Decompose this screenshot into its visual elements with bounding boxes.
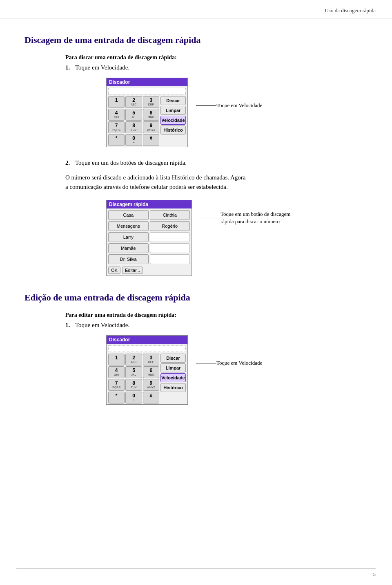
sd-btn-empty-2 (150, 243, 190, 253)
sd-btn-dr-silva[interactable]: Dr. Silva (108, 254, 149, 264)
step-num-2: 2. (65, 159, 73, 166)
key-3-5[interactable]: 5JKL (125, 366, 142, 378)
key-3[interactable]: 3DEF (143, 96, 159, 108)
ok-button[interactable]: OK (108, 267, 120, 274)
key-3-8[interactable]: 8TUV (125, 379, 142, 391)
annotation-text-2: Toque em um botão de discagem rápida par… (220, 211, 290, 225)
arrow-line-2 (200, 218, 220, 218)
velocidade-button-3[interactable]: Velocidade (160, 373, 186, 382)
key-3-9[interactable]: 9WHYZ (143, 379, 159, 391)
step-text-1: Toque em Velocidade. (75, 64, 129, 71)
instruction-label-2: Para editar uma entrada de discagem rápi… (65, 312, 368, 318)
dialer-box-3: Discador 1 2ABC 3DEF 4GHI 5JKL 6MNO 7PQR… (106, 335, 188, 405)
step-s2-num-1: 1. (65, 322, 73, 329)
key-5[interactable]: 5JKL (125, 109, 142, 121)
velocidade-button[interactable]: Velocidade (160, 116, 186, 125)
annotation-2-line1: Toque em um botão de discagem (220, 211, 290, 217)
footer-line (16, 568, 376, 569)
instruction-label-1: Para discar uma entrada de discagem rápi… (65, 54, 368, 61)
dialer-grid-3: 1 2ABC 3DEF 4GHI 5JKL 6MNO 7PQRS 8TUV 9W… (107, 353, 187, 404)
annotation-2-line2: rápida para discar o número (220, 218, 280, 224)
key-3-7[interactable]: 7PQRS (108, 379, 125, 391)
body-text-1a: O número será discado e adicionado à lis… (65, 174, 246, 181)
key-3-hash[interactable]: # (143, 392, 159, 403)
step-s2-text-1: Toque em Velocidade. (75, 322, 129, 329)
arrow-line-3 (196, 363, 216, 363)
page-number: 5 (373, 571, 376, 577)
body-text-1b: a comunicação através do telefone celula… (65, 184, 228, 190)
dialer-side-btns-3: Discar Limpar Velocidade Histórico (160, 354, 186, 403)
step-1: 1. Toque em Velocidade. (65, 64, 368, 71)
dialer-input-3 (108, 345, 186, 352)
key-0[interactable]: 0+ (125, 134, 142, 146)
arrow-line-1 (196, 105, 216, 106)
instruction-block-2: Para editar uma entrada de discagem rápi… (65, 312, 368, 405)
discar-button-3[interactable]: Discar (160, 354, 186, 363)
editar-button[interactable]: Editar... (122, 267, 143, 274)
speed-dial-bottom: OK Editar... (107, 266, 192, 276)
key-6[interactable]: 6MNO (143, 109, 159, 121)
key-3-6[interactable]: 6MNO (143, 366, 159, 378)
page-header: Uso da discagem rápida (0, 0, 392, 18)
historico-button[interactable]: Histórico (160, 126, 186, 134)
sd-btn-cinthia[interactable]: Cinthia (150, 210, 190, 220)
key-hash[interactable]: # (143, 134, 159, 146)
speed-dial-header: Discagem rápida (107, 200, 192, 208)
dialer-header-1: Discador (107, 78, 187, 86)
speed-dial-grid: Casa Cinthia Mensagens Rogério Larry Mam… (107, 208, 192, 266)
dialer-grid-1: 1 2ABC 3DEF 4GHI 5JKL 6MNO 7PQRS 8TUV 9W… (107, 95, 187, 147)
limpar-button-3[interactable]: Limpar (160, 363, 186, 372)
key-3-1[interactable]: 1 (108, 354, 125, 365)
section1-title: Discagem de uma entrada de discagem rápi… (24, 35, 368, 45)
speed-dial-box: Discagem rápida Casa Cinthia Mensagens R… (106, 200, 192, 276)
key-3-star[interactable]: * (108, 392, 125, 403)
limpar-button[interactable]: Limpar (160, 106, 186, 115)
key-9[interactable]: 9WHYZ (143, 121, 159, 133)
diagram-area-1: Discador 1 2ABC 3DEF 4GHI 5JKL 6MNO 7PQR… (106, 78, 368, 147)
step-num-1: 1. (65, 64, 73, 71)
key-3-4[interactable]: 4GHI (108, 366, 125, 378)
dialer-keys-1: 1 2ABC 3DEF 4GHI 5JKL 6MNO 7PQRS 8TUV 9W… (108, 96, 159, 146)
sd-btn-empty-3 (150, 254, 190, 264)
sd-annotation-area: Discagem rápida Casa Cinthia Mensagens R… (106, 200, 368, 276)
key-7[interactable]: 7PQRS (108, 121, 125, 133)
sd-btn-empty-1 (150, 232, 190, 242)
step-text-2: Toque em um dos botões de discagem rápid… (75, 159, 187, 166)
sd-btn-mensagens[interactable]: Mensagens (108, 221, 149, 231)
step-2: 2. Toque em um dos botões de discagem rá… (65, 159, 368, 166)
instruction-block-1: Para discar uma entrada de discagem rápi… (65, 54, 368, 276)
diagram-area-3: Discador 1 2ABC 3DEF 4GHI 5JKL 6MNO 7PQR… (106, 335, 368, 405)
sd-btn-rogerio[interactable]: Rogério (150, 221, 190, 231)
step-s2-1: 1. Toque em Velocidade. (65, 322, 368, 329)
key-star[interactable]: * (108, 134, 125, 146)
annotation-3: Toque em Velocidade (196, 360, 262, 366)
dialer-box-1: Discador 1 2ABC 3DEF 4GHI 5JKL 6MNO 7PQR… (106, 78, 188, 147)
section2-title: Edição de uma entrada de discagem rápida (24, 292, 368, 303)
dialer-keys-3: 1 2ABC 3DEF 4GHI 5JKL 6MNO 7PQRS 8TUV 9W… (108, 354, 159, 403)
key-3-3[interactable]: 3DEF (143, 354, 159, 365)
annotation-text-1: Toque em Velocidade (216, 102, 262, 109)
annotation-text-3: Toque em Velocidade (216, 360, 262, 366)
key-3-2[interactable]: 2ABC (125, 354, 142, 365)
dialer-side-btns-1: Discar Limpar Velocidade Histórico (160, 96, 186, 146)
dialer-input-1 (108, 88, 186, 94)
key-2[interactable]: 2ABC (125, 96, 142, 108)
historico-button-3[interactable]: Histórico (160, 383, 186, 392)
discar-button[interactable]: Discar (160, 96, 186, 105)
key-4[interactable]: 4GHI (108, 109, 125, 121)
annotation-2: Toque em um botão de discagem rápida par… (200, 211, 290, 225)
sd-btn-mamae[interactable]: Mamãe (108, 243, 149, 253)
sd-btn-casa[interactable]: Casa (108, 210, 149, 220)
sd-btn-larry[interactable]: Larry (108, 232, 149, 242)
dialer-header-3: Discador (107, 336, 187, 344)
key-8[interactable]: 8TUV (125, 121, 142, 133)
body-text-1: O número será discado e adicionado à lis… (65, 173, 368, 192)
header-title: Uso da discagem rápida (325, 7, 376, 13)
page-footer: 5 (373, 571, 376, 578)
key-3-0[interactable]: 0+ (125, 392, 142, 403)
annotation-1: Toque em Velocidade (196, 102, 262, 109)
key-1[interactable]: 1 (108, 96, 125, 108)
main-content: Discagem de uma entrada de discagem rápi… (0, 18, 392, 442)
